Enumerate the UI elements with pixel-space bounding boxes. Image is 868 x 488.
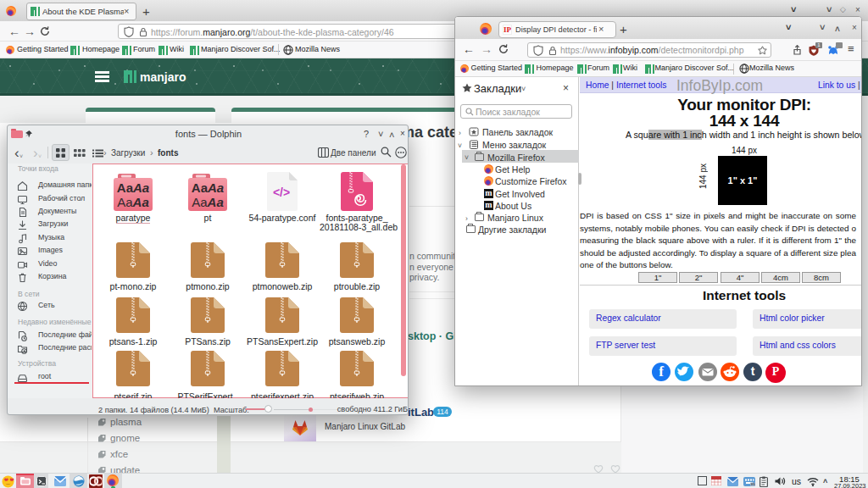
svg-text:AaAa: AaAa	[192, 180, 224, 195]
svg-text:EN: EN	[751, 483, 755, 486]
svg-text:AaAa: AaAa	[192, 195, 224, 209]
svg-text:AaAa: AaAa	[117, 195, 149, 209]
svg-text:</>: </>	[273, 186, 290, 199]
svg-text:AaAa: AaAa	[117, 180, 149, 195]
